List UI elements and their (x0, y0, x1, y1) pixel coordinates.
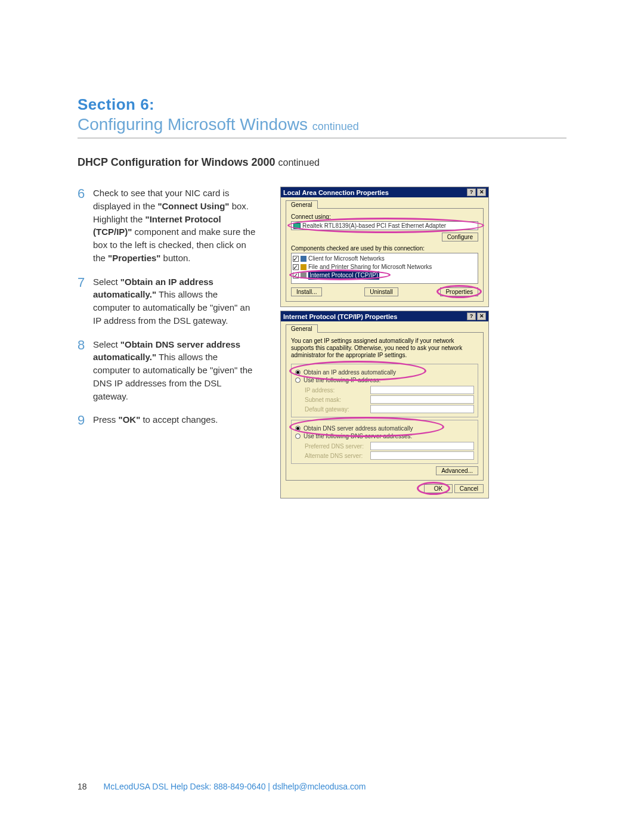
uninstall-button[interactable]: Uninstall (364, 287, 398, 296)
step-6: 6 Check to see that your NIC card is dis… (78, 187, 256, 265)
checkbox-icon[interactable] (293, 264, 299, 270)
section-title: Configuring Microsoft Windows continued (78, 115, 566, 134)
properties-button[interactable]: Properties (440, 287, 478, 296)
checkbox-icon[interactable] (293, 256, 299, 262)
item-label: File and Printer Sharing for Microsoft N… (308, 263, 432, 271)
alternate-dns-label: Alternate DNS server: (305, 453, 370, 459)
step-number: 7 (78, 275, 93, 327)
title-main: Configuring Microsoft Windows (78, 115, 308, 134)
install-button[interactable]: Install... (291, 287, 322, 296)
titlebar: Internet Protocol (TCP/IP) Properties ? … (281, 311, 488, 321)
nic-name: Realtek RTL8139(A)-based PCI Fast Ethern… (302, 222, 446, 229)
radio-use-ip[interactable]: Use the following IP address: (295, 377, 474, 383)
description-text: You can get IP settings assigned automat… (291, 337, 478, 359)
step-7: 7 Select "Obtain an IP address automatic… (78, 275, 256, 327)
step-text: Check to see that your NIC card is displ… (93, 187, 256, 265)
nic-dropdown[interactable]: Realtek RTL8139(A)-based PCI Fast Ethern… (291, 221, 478, 230)
page-number: 18 (78, 782, 87, 791)
screenshots-column: Local Area Connection Properties ? ✕ Gen… (280, 187, 489, 502)
subnet-mask-field[interactable] (370, 395, 474, 404)
components-listbox[interactable]: Client for Microsoft Networks File and P… (291, 253, 478, 284)
divider (78, 138, 566, 138)
step-text: Select "Obtain DNS server address automa… (93, 338, 256, 403)
step-text: Press "OK" to accept changes. (93, 413, 256, 428)
components-label: Components checked are used by this conn… (291, 245, 478, 252)
subheading-main: DHCP Configuration for Windows 2000 (78, 156, 275, 168)
radio-label: Use the following IP address: (304, 377, 380, 383)
t: Press (93, 414, 119, 425)
ip-address-label: IP address: (305, 387, 370, 394)
list-item[interactable]: Internet Protocol (TCP/IP) (293, 271, 476, 280)
tab-general[interactable]: General (286, 200, 318, 209)
helpdesk-phone: 888-849-0640 (213, 782, 265, 791)
dialog-title: Local Area Connection Properties (283, 189, 389, 196)
nic-icon (293, 223, 301, 229)
radio-icon (295, 377, 301, 383)
step-9: 9 Press "OK" to accept changes. (78, 413, 256, 428)
page-footer: 18 McLeodUSA DSL Help Desk: 888-849-0640… (78, 782, 566, 791)
radio-icon (295, 433, 301, 439)
cancel-button[interactable]: Cancel (454, 484, 484, 493)
item-label: Client for Microsoft Networks (308, 255, 385, 263)
section-label: Section 6: (78, 95, 566, 114)
help-icon[interactable]: ? (467, 188, 476, 196)
subnet-mask-label: Subnet mask: (305, 397, 370, 403)
t: Select (93, 277, 120, 287)
list-item[interactable]: File and Printer Sharing for Microsoft N… (293, 263, 476, 271)
default-gateway-field[interactable] (370, 405, 474, 413)
client-icon (301, 256, 306, 262)
step-8: 8 Select "Obtain DNS server address auto… (78, 338, 256, 403)
close-icon[interactable]: ✕ (477, 312, 486, 320)
protocol-icon (301, 272, 306, 278)
step-number: 9 (78, 413, 93, 428)
dialog-tcpip-properties: Internet Protocol (TCP/IP) Properties ? … (280, 311, 489, 498)
radio-icon (295, 426, 301, 431)
helpdesk-email: dslhelp@mcleodusa.com (273, 782, 366, 791)
t: "Properties" (108, 253, 160, 263)
dialog-title: Internet Protocol (TCP/IP) Properties (283, 313, 397, 320)
radio-label: Obtain an IP address automatically (304, 369, 396, 376)
radio-obtain-dns-auto[interactable]: Obtain DNS server address automatically (295, 425, 474, 432)
title-continued: continued (312, 120, 359, 132)
tab-general[interactable]: General (286, 324, 318, 333)
t: "OK" (119, 414, 141, 425)
t: "Connect Using" (157, 201, 229, 211)
steps-list: 6 Check to see that your NIC card is dis… (78, 187, 256, 502)
ip-address-field[interactable] (370, 386, 474, 394)
alternate-dns-field[interactable] (370, 451, 474, 460)
dialog-lan-properties: Local Area Connection Properties ? ✕ Gen… (280, 187, 489, 307)
titlebar: Local Area Connection Properties ? ✕ (281, 187, 488, 197)
list-item[interactable]: Client for Microsoft Networks (293, 255, 476, 263)
footer-text: McLeodUSA DSL Help Desk: 888-849-0640 | … (104, 782, 366, 791)
service-icon (301, 264, 306, 270)
default-gateway-label: Default gateway: (305, 406, 370, 413)
radio-label: Obtain DNS server address automatically (304, 425, 413, 432)
step-number: 6 (78, 187, 93, 265)
subheading: DHCP Configuration for Windows 2000 cont… (78, 156, 566, 169)
advanced-button[interactable]: Advanced... (436, 466, 478, 475)
helpdesk-label: McLeodUSA DSL Help Desk: (104, 782, 212, 791)
checkbox-icon[interactable] (293, 272, 299, 278)
connect-using-label: Connect using: (291, 213, 478, 220)
radio-icon (295, 370, 301, 375)
separator: | (268, 782, 270, 791)
t: button. (160, 253, 190, 263)
radio-use-dns[interactable]: Use the following DNS server addresses: (295, 433, 474, 439)
preferred-dns-label: Preferred DNS server: (305, 443, 370, 450)
t: Select (93, 339, 120, 349)
item-label-selected: Internet Protocol (TCP/IP) (308, 271, 379, 280)
t: to accept changes. (140, 414, 218, 425)
radio-obtain-ip-auto[interactable]: Obtain an IP address automatically (295, 369, 474, 376)
subheading-continued: continued (278, 157, 320, 168)
preferred-dns-field[interactable] (370, 442, 474, 450)
close-icon[interactable]: ✕ (477, 188, 486, 196)
radio-label: Use the following DNS server addresses: (304, 433, 412, 439)
step-text: Select "Obtain an IP address automatical… (93, 275, 256, 327)
configure-button[interactable]: Configure (442, 233, 478, 241)
ok-button[interactable]: OK (424, 484, 453, 493)
help-icon[interactable]: ? (467, 312, 476, 320)
step-number: 8 (78, 338, 93, 403)
